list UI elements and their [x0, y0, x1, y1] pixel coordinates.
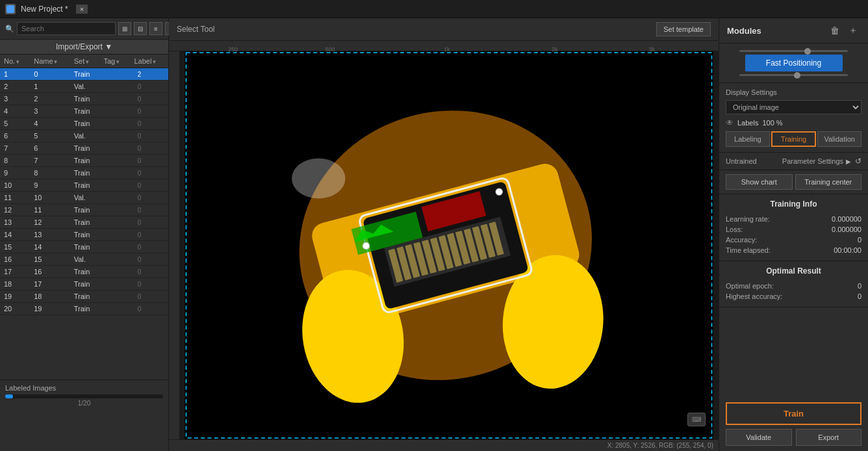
col-header-label[interactable]: Label▼ — [130, 55, 168, 68]
list-view-button[interactable]: ≡ — [149, 22, 162, 35]
add-module-button[interactable]: ＋ — [846, 23, 860, 38]
cell-no: 9 — [0, 167, 30, 179]
top-slider-thumb[interactable] — [804, 48, 811, 55]
table-row[interactable]: 18 17 Train 0 — [0, 278, 168, 290]
top-slider-container — [726, 50, 862, 52]
cell-no: 19 — [0, 290, 30, 303]
cell-set: Train — [70, 229, 100, 241]
table-row[interactable]: 11 10 Val. 0 — [0, 192, 168, 204]
cell-no: 2 — [0, 81, 30, 93]
table-row[interactable]: 9 8 Train 0 — [0, 167, 168, 179]
optimal-result-section: Optimal Result Optimal epoch:0Highest ac… — [719, 261, 868, 307]
tab-training[interactable]: Training — [771, 131, 817, 147]
info-value: 0.000000 — [832, 215, 862, 223]
table-row[interactable]: 13 12 Train 0 — [0, 216, 168, 229]
export-button[interactable]: Export — [796, 429, 862, 446]
table-row[interactable]: 15 14 Train 0 — [0, 241, 168, 253]
cell-label: 0 — [130, 167, 168, 179]
table-row[interactable]: 5 4 Train 0 — [0, 118, 168, 130]
svg-rect-0 — [6, 5, 14, 13]
tab-labeling[interactable]: Labeling — [726, 131, 770, 147]
cell-set: Train — [70, 204, 100, 216]
keyboard-shortcut-icon: ⌨ — [687, 413, 706, 426]
table-row[interactable]: 12 11 Train 0 — [0, 204, 168, 216]
table-row[interactable]: 3 2 Train 0 — [0, 93, 168, 105]
cell-set: Train — [70, 93, 100, 105]
training-center-button[interactable]: Training center — [795, 174, 862, 190]
cell-tag — [99, 93, 130, 105]
cell-name: 13 — [30, 229, 70, 241]
table-row[interactable]: 14 13 Train 0 — [0, 229, 168, 241]
cell-label: 0 — [130, 241, 168, 253]
cell-tag — [99, 105, 130, 118]
table-row[interactable]: 10 9 Train 0 — [0, 179, 168, 192]
top-slider-track[interactable] — [739, 50, 848, 52]
bottom-row: Validate Export — [726, 429, 862, 446]
show-chart-button[interactable]: Show chart — [726, 174, 793, 190]
close-button[interactable]: × — [76, 5, 88, 14]
cell-set: Train — [70, 303, 100, 315]
import-export-bar[interactable]: Import/Export ▼ — [0, 40, 168, 55]
cell-no: 16 — [0, 253, 30, 266]
label-badge: 0 — [134, 231, 144, 238]
cell-label: 0 — [130, 118, 168, 130]
col-header-no[interactable]: No.▼ — [0, 55, 30, 68]
table-row[interactable]: 1 0 Train 2 — [0, 68, 168, 81]
label-badge: 0 — [134, 305, 144, 313]
cell-set: Train — [70, 241, 100, 253]
table-row[interactable]: 20 19 Train 0 — [0, 303, 168, 315]
left-footer: Labeled Images 1/20 — [0, 380, 168, 411]
fast-positioning-button[interactable]: Fast Positioning — [745, 55, 843, 71]
table-row[interactable]: 19 18 Train 0 — [0, 290, 168, 303]
col-header-tag[interactable]: Tag▼ — [99, 55, 130, 68]
cell-no: 18 — [0, 278, 30, 290]
labeled-images-title: Labeled Images — [5, 384, 163, 392]
cell-tag — [99, 204, 130, 216]
canvas-main[interactable]: ⌨ — [179, 51, 719, 439]
cell-no: 13 — [0, 216, 30, 229]
svg-point-28 — [292, 159, 345, 199]
cell-tag — [99, 142, 130, 155]
table-row[interactable]: 4 3 Train 0 — [0, 105, 168, 118]
filter-button[interactable]: ⊟ — [134, 22, 147, 35]
status-bar: X: 2805, Y: 2526, RGB: (255, 254, 0) — [169, 439, 719, 451]
cell-set: Train — [70, 216, 100, 229]
cell-name: 15 — [30, 253, 70, 266]
bottom-slider-track[interactable] — [739, 74, 848, 76]
training-info-row: Learning rate:0.000000 — [726, 214, 862, 224]
table-row[interactable]: 17 16 Train 0 — [0, 266, 168, 278]
cell-name: 4 — [30, 118, 70, 130]
table-row[interactable]: 16 15 Val. 0 — [0, 253, 168, 266]
table-row[interactable]: 8 7 Train 0 — [0, 155, 168, 167]
cell-name: 9 — [30, 179, 70, 192]
cell-name: 3 — [30, 105, 70, 118]
col-header-set[interactable]: Set▼ — [70, 55, 100, 68]
search-icon: 🔍 — [5, 25, 14, 33]
cell-label: 0 — [130, 192, 168, 204]
cell-tag — [99, 155, 130, 167]
train-button[interactable]: Train — [726, 402, 862, 425]
optimal-result-row: Highest accuracy:0 — [726, 291, 862, 302]
image-mode-dropdown[interactable]: Original image — [726, 100, 862, 114]
cell-label: 2 — [130, 68, 168, 81]
search-input[interactable] — [17, 22, 116, 35]
info-label: Learning rate: — [726, 215, 770, 223]
set-template-button[interactable]: Set template — [656, 22, 711, 36]
bottom-slider-thumb[interactable] — [794, 72, 800, 79]
label-badge: 0 — [134, 293, 144, 300]
delete-module-button[interactable]: 🗑 — [828, 23, 842, 38]
reset-icon[interactable]: ↺ — [855, 157, 862, 166]
col-header-name[interactable]: Name▼ — [30, 55, 70, 68]
cell-no: 6 — [0, 130, 30, 142]
param-settings-link[interactable]: Parameter Settings ▶ — [782, 157, 851, 165]
table-row[interactable]: 2 1 Val. 0 — [0, 81, 168, 93]
grid-view-button[interactable]: ⊞ — [118, 22, 131, 35]
cell-tag — [99, 179, 130, 192]
table-row[interactable]: 6 5 Val. 0 — [0, 130, 168, 142]
label-badge: 2 — [134, 71, 144, 78]
tab-validation[interactable]: Validation — [817, 131, 862, 147]
app-title: New Project * — [21, 5, 68, 14]
cell-set: Train — [70, 155, 100, 167]
table-row[interactable]: 7 6 Train 0 — [0, 142, 168, 155]
validate-button[interactable]: Validate — [726, 429, 792, 446]
